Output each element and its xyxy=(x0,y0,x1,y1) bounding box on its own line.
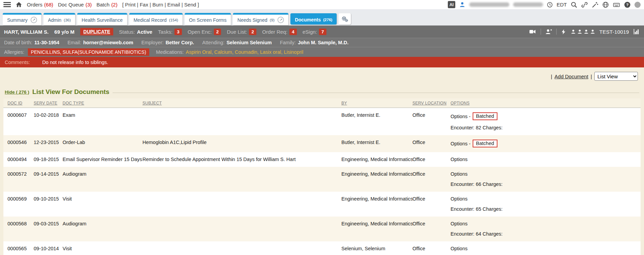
medications-label: Medications: xyxy=(156,49,184,55)
doc-id-cell[interactable]: 0000572 xyxy=(7,171,34,187)
options-link[interactable]: Options xyxy=(451,196,468,202)
ai-badge[interactable]: AI xyxy=(448,1,455,8)
menu-icon[interactable] xyxy=(3,2,11,7)
options-link[interactable]: Options - xyxy=(451,141,471,146)
view-mode-select[interactable]: List View xyxy=(594,72,638,81)
table-row[interactable]: 0000607 10-02-2018 Exam Butler, Internis… xyxy=(3,108,641,135)
user-icon[interactable] xyxy=(459,1,465,8)
options-cell: Options Encounter: 66 Charges: xyxy=(451,171,641,187)
duplicate-badge[interactable]: DUPLICATE xyxy=(80,28,113,35)
medication-link[interactable]: Lasix oral xyxy=(257,49,281,55)
chart-tab[interactable]: Summary ↗ xyxy=(3,13,41,25)
options-link[interactable]: Options xyxy=(451,221,468,226)
options-link[interactable]: Options xyxy=(451,157,468,162)
clock-icon[interactable] xyxy=(547,2,553,8)
external-link-icon[interactable]: ↗ xyxy=(31,17,37,23)
doc-id-cell[interactable]: 0000569 xyxy=(7,196,34,212)
patient-status: Status:Active xyxy=(119,29,152,35)
options-cell: Options - Batched Encounter: 82 Charges: xyxy=(451,112,641,130)
serv-date-cell: 09-18-2015 xyxy=(34,157,63,162)
chart-tab[interactable]: Documents (276) xyxy=(290,13,337,25)
column-header[interactable]: SERV DATE xyxy=(34,101,63,106)
timezone-label: EDT xyxy=(557,2,567,7)
table-row[interactable]: 0000546 12-23-2015 Order-Lab Hemoglobin … xyxy=(3,135,641,152)
person-icon[interactable] xyxy=(590,29,595,34)
bar-chart-icon[interactable] xyxy=(633,28,640,35)
video-camera-icon[interactable] xyxy=(528,28,537,35)
person-icon[interactable] xyxy=(571,29,576,34)
doc-id-cell[interactable]: 0000565 xyxy=(7,246,34,255)
medication-link[interactable]: Calcium xyxy=(211,49,232,55)
table-row[interactable]: 0000494 09-18-2015 Email Supervisor Remi… xyxy=(3,152,641,167)
list-title-row: Hide ( 276 ) List View For Documents xyxy=(0,88,644,96)
tab-settings-button[interactable] xyxy=(339,13,351,25)
medication-link[interactable]: Lisinopril xyxy=(281,49,303,55)
doc-id-cell[interactable]: 0000546 xyxy=(7,140,34,147)
link-icon[interactable] xyxy=(581,1,588,8)
topbar-menu-item[interactable]: Orders(68) xyxy=(27,2,53,7)
doc-id-cell[interactable]: 0000494 xyxy=(7,157,34,162)
counter-badge[interactable]: 3 xyxy=(174,29,182,35)
doc-id-cell[interactable]: 0000607 xyxy=(7,112,34,130)
chart-tab[interactable]: Medical Record (154) xyxy=(129,13,183,25)
column-header[interactable]: SERV LOCATION xyxy=(412,101,451,106)
options-link[interactable]: Options xyxy=(451,171,468,177)
options-link[interactable]: Options xyxy=(451,246,468,251)
counter-badge[interactable]: 7 xyxy=(319,29,326,35)
hide-link[interactable]: Hide ( 276 ) xyxy=(5,90,29,95)
person-icon[interactable] xyxy=(583,29,589,34)
chart-tab[interactable]: Health Surveillance xyxy=(77,13,127,25)
topbar-item-count: (2) xyxy=(111,2,117,7)
batch-action-link[interactable]: Send xyxy=(180,2,196,7)
chart-tab[interactable]: Needs Signed (9) ↗ xyxy=(233,13,288,25)
wand-icon[interactable] xyxy=(592,1,598,8)
column-header[interactable]: SUBJECT xyxy=(142,101,341,106)
avatar[interactable] xyxy=(634,2,641,8)
patient-counter: eSign:7 xyxy=(303,29,326,35)
tab-count: (9) xyxy=(270,18,274,22)
allergy-badge[interactable]: PENICILLINS, SULFA(SULFONAMIDE ANTIBIOTI… xyxy=(28,48,149,56)
counter-badge[interactable]: 2 xyxy=(249,29,256,35)
table-row[interactable]: 0000568 09-03-2015 Audiogram Engineering… xyxy=(3,217,641,241)
person-icon[interactable] xyxy=(577,29,582,34)
table-row[interactable]: 0000569 09-10-2015 Visit Engineering, Me… xyxy=(3,192,641,217)
lightning-icon[interactable] xyxy=(561,29,566,35)
home-icon[interactable] xyxy=(16,1,22,8)
topbar-menu-item[interactable]: Batch(2) xyxy=(97,2,118,7)
column-header[interactable]: OPTIONS xyxy=(451,101,641,106)
chart-tab[interactable]: Admin (36) xyxy=(44,13,75,25)
batch-actions-group: PrintFaxBurnEmailSend xyxy=(122,2,199,7)
topbar-menu-item[interactable]: Doc Queue(3) xyxy=(58,2,92,7)
topbar-item-label: Doc Queue xyxy=(58,2,84,7)
serv-date-cell: 09-10-2015 xyxy=(34,196,63,212)
counter-badge[interactable]: 4 xyxy=(289,29,297,35)
batch-action-link[interactable]: Fax xyxy=(136,2,148,7)
serv-location-cell: Office xyxy=(412,112,451,130)
batch-action-link[interactable]: Email xyxy=(163,2,180,7)
patient-age-sex: 69 y/o M xyxy=(54,29,74,35)
globe-icon[interactable] xyxy=(602,1,609,8)
options-link[interactable]: Options - xyxy=(451,114,471,119)
column-header[interactable]: DOC ID xyxy=(7,101,34,106)
medication-link[interactable]: Aspirin Oral xyxy=(186,49,211,55)
external-link-icon[interactable]: ↗ xyxy=(277,17,284,23)
help-icon[interactable] xyxy=(624,1,631,8)
serv-date-cell: 09-03-2015 xyxy=(34,221,63,237)
medication-link[interactable]: Coumadin xyxy=(232,49,257,55)
person-add-icon[interactable] xyxy=(545,28,552,35)
counter-label: Order Req: xyxy=(262,29,287,35)
counter-badge[interactable]: 2 xyxy=(214,29,221,35)
patient-counter: Due List:2 xyxy=(227,29,256,35)
search-icon[interactable] xyxy=(571,1,577,8)
batch-action-link[interactable]: Print xyxy=(125,2,136,7)
add-document-link[interactable]: Add Document xyxy=(555,74,588,79)
column-header[interactable]: BY xyxy=(341,101,412,106)
doc-id-cell[interactable]: 0000568 xyxy=(7,221,34,237)
gears-icon xyxy=(341,15,349,23)
chart-tab[interactable]: On Screen Forms xyxy=(185,13,231,25)
batch-action-link[interactable]: Burn xyxy=(148,2,163,7)
column-header[interactable]: DOC TYPE xyxy=(63,101,142,106)
table-row[interactable]: 0000572 09-14-2015 Audiogram Engineering… xyxy=(3,167,641,192)
keyboard-icon[interactable] xyxy=(613,1,620,8)
table-row[interactable]: 0000565 09-10-2014 Visit Selenium, Selen… xyxy=(3,241,641,255)
